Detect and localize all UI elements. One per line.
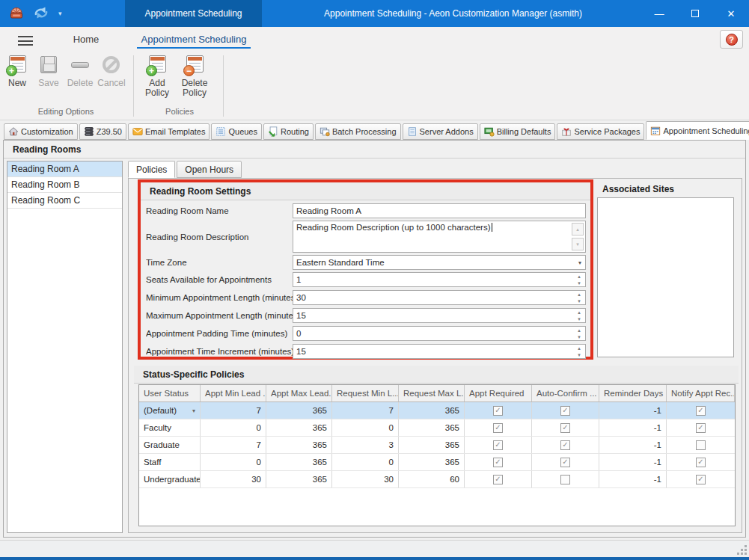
- notify-appt-cell[interactable]: ✓: [667, 454, 735, 470]
- req-max-cell[interactable]: 365: [399, 402, 465, 419]
- increment-stepper[interactable]: 15 ▴▾: [293, 344, 586, 359]
- table-row-faculty[interactable]: Faculty 0 365 0 365 ✓ ✓ -1 ✓: [139, 419, 735, 437]
- maximize-button[interactable]: [677, 0, 713, 27]
- reminder-days-cell[interactable]: -1: [599, 419, 667, 436]
- new-button[interactable]: + New: [1, 51, 33, 88]
- notify-appt-cell[interactable]: ✓: [667, 471, 735, 487]
- req-min-cell[interactable]: 0: [332, 454, 399, 470]
- ribbon-tab-appointment-scheduling[interactable]: Appointment Scheduling: [135, 31, 253, 47]
- minimize-button[interactable]: —: [641, 0, 677, 27]
- appt-max-cell[interactable]: 365: [266, 419, 332, 436]
- titlebar-app-tab[interactable]: Appointment Scheduling: [125, 0, 262, 27]
- checkbox[interactable]: ✓: [560, 406, 570, 416]
- auto-confirm-cell[interactable]: ✓: [532, 419, 599, 436]
- app-logo-icon[interactable]: [9, 6, 24, 22]
- req-min-cell[interactable]: 3: [332, 437, 399, 453]
- notify-appt-cell[interactable]: ✓: [667, 419, 735, 436]
- column-request-min-lead[interactable]: Request Min L...: [332, 385, 399, 401]
- checkbox[interactable]: ✓: [560, 458, 570, 467]
- table-row-undergraduate[interactable]: Undergraduate 30 365 30 60 ✓ -1 ✓: [139, 471, 735, 488]
- table-row-graduate[interactable]: Graduate 7 365 3 365 ✓ ✓ -1: [139, 437, 735, 454]
- user-status-cell[interactable]: Graduate: [139, 437, 201, 453]
- checkbox[interactable]: ✓: [696, 423, 706, 433]
- notify-appt-cell[interactable]: ✓: [667, 402, 735, 419]
- spinner-down-icon[interactable]: ▾: [573, 333, 585, 340]
- delete-button[interactable]: Delete: [64, 51, 96, 88]
- padding-stepper[interactable]: 0 ▴▾: [293, 326, 586, 341]
- checkbox[interactable]: ✓: [493, 458, 503, 467]
- user-status-cell[interactable]: (Default)▾: [139, 402, 201, 419]
- spinner-down-icon[interactable]: ▾: [573, 298, 585, 304]
- spinner-up-icon[interactable]: ▴: [573, 273, 585, 280]
- associated-sites-listbox[interactable]: [597, 197, 734, 357]
- save-button[interactable]: Save: [33, 51, 64, 88]
- tab-server-addons[interactable]: Server Addons: [403, 123, 478, 140]
- tab-policies[interactable]: Policies: [128, 161, 175, 178]
- appt-required-cell[interactable]: ✓: [465, 454, 532, 470]
- tab-service-packages[interactable]: Service Packages: [557, 123, 644, 140]
- user-status-cell[interactable]: Faculty: [139, 419, 201, 436]
- table-row-default[interactable]: (Default)▾ 7 365 7 365 ✓ ✓ -1 ✓: [139, 402, 735, 419]
- checkbox[interactable]: ✓: [493, 406, 503, 416]
- tab-queues[interactable]: Queues: [211, 123, 262, 140]
- spinner-up-icon[interactable]: ▴: [573, 291, 585, 298]
- tab-billing-defaults[interactable]: Billing Defaults: [480, 123, 556, 140]
- spinner-up-icon[interactable]: ▴: [573, 345, 585, 351]
- list-item-reading-room-b[interactable]: Reading Room B: [7, 177, 122, 193]
- appt-max-cell[interactable]: 365: [266, 437, 332, 453]
- checkbox[interactable]: ✓: [560, 423, 570, 433]
- min-length-stepper[interactable]: 30 ▴▾: [293, 290, 586, 305]
- menu-icon[interactable]: [18, 36, 33, 46]
- column-request-max-lead[interactable]: Request Max L...: [399, 385, 465, 401]
- checkbox[interactable]: ✓: [696, 406, 706, 416]
- close-button[interactable]: ✕: [713, 0, 749, 27]
- list-item-reading-room-a[interactable]: Reading Room A: [7, 161, 122, 177]
- tab-appointment-scheduling[interactable]: Appointment Scheduling: [646, 121, 749, 140]
- seats-stepper[interactable]: 1 ▴▾: [293, 272, 586, 287]
- spinner-up-icon[interactable]: ▴: [573, 309, 585, 316]
- list-item-reading-room-c[interactable]: Reading Room C: [7, 193, 122, 209]
- column-appt-min-lead[interactable]: Appt Min Lead ...: [201, 385, 266, 401]
- tab-open-hours[interactable]: Open Hours: [177, 161, 242, 178]
- checkbox[interactable]: ✓: [696, 458, 706, 467]
- appt-max-cell[interactable]: 365: [266, 471, 332, 487]
- chevron-down-icon[interactable]: ▾: [192, 407, 195, 414]
- column-appt-max-lead[interactable]: Appt Max Lead...: [266, 385, 332, 401]
- max-length-stepper[interactable]: 15 ▴▾: [293, 308, 586, 323]
- appt-min-cell[interactable]: 0: [201, 454, 266, 470]
- column-auto-confirm[interactable]: Auto-Confirm ...: [532, 385, 599, 401]
- user-status-cell[interactable]: Undergraduate: [139, 471, 201, 487]
- user-status-cell[interactable]: Staff: [139, 454, 201, 470]
- add-policy-button[interactable]: + Add Policy: [138, 51, 177, 98]
- appt-required-cell[interactable]: ✓: [465, 437, 532, 453]
- appt-required-cell[interactable]: ✓: [465, 471, 532, 487]
- checkbox[interactable]: ✓: [696, 475, 706, 484]
- appt-required-cell[interactable]: ✓: [465, 402, 532, 419]
- appt-max-cell[interactable]: 365: [266, 402, 332, 419]
- column-notify-appt[interactable]: Notify Appt Rec...: [667, 385, 735, 401]
- req-max-cell[interactable]: 60: [399, 471, 465, 487]
- help-button[interactable]: ?: [720, 30, 743, 49]
- reminder-days-cell[interactable]: -1: [599, 454, 667, 470]
- req-min-cell[interactable]: 7: [332, 402, 399, 419]
- tab-customization[interactable]: Customization: [4, 123, 78, 140]
- scroll-down-button[interactable]: ▾: [572, 238, 584, 250]
- auto-confirm-cell[interactable]: [532, 471, 599, 487]
- reminder-days-cell[interactable]: -1: [599, 471, 667, 487]
- checkbox[interactable]: [696, 440, 706, 450]
- req-min-cell[interactable]: 0: [332, 419, 399, 436]
- reading-room-description-input[interactable]: Reading Room Description (up to 1000 cha…: [293, 221, 586, 253]
- time-zone-dropdown[interactable]: Eastern Standard Time ▾: [293, 255, 586, 270]
- req-max-cell[interactable]: 365: [399, 454, 465, 470]
- appt-min-cell[interactable]: 7: [201, 437, 266, 453]
- checkbox[interactable]: ✓: [493, 440, 503, 450]
- req-max-cell[interactable]: 365: [399, 419, 465, 436]
- appt-max-cell[interactable]: 365: [266, 454, 332, 470]
- spinner-down-icon[interactable]: ▾: [573, 280, 585, 286]
- checkbox[interactable]: ✓: [560, 440, 570, 450]
- auto-confirm-cell[interactable]: ✓: [532, 454, 599, 470]
- checkbox[interactable]: ✓: [493, 475, 503, 484]
- table-row-staff[interactable]: Staff 0 365 0 365 ✓ ✓ -1 ✓: [139, 454, 735, 471]
- scroll-up-button[interactable]: ▴: [572, 223, 584, 236]
- tab-email-templates[interactable]: Email Templates: [128, 123, 210, 140]
